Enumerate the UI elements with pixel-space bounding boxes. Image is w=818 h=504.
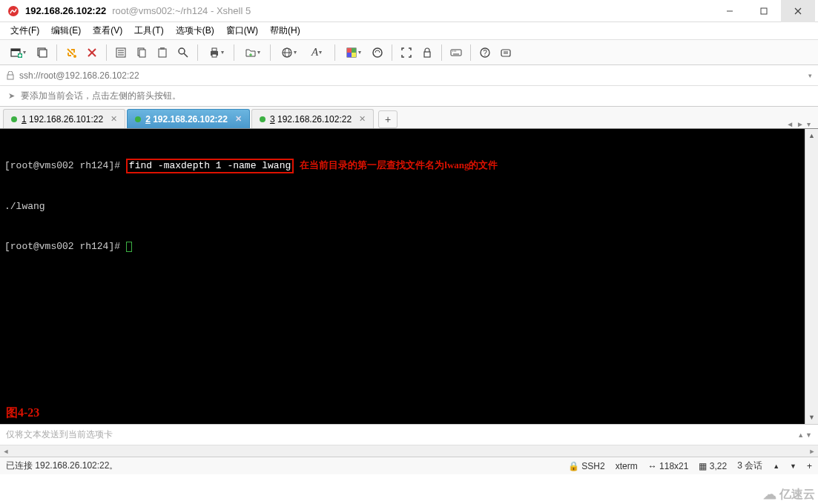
scroll-left-icon[interactable]: ◄ xyxy=(0,448,12,455)
reconnect-button[interactable] xyxy=(62,43,81,62)
watermark-text: 亿速云 xyxy=(779,487,815,503)
cursor-icon xyxy=(126,242,132,252)
tab-label: 192.168.26.101:22 xyxy=(29,114,103,125)
maximize-button[interactable] xyxy=(747,0,781,22)
tab-2[interactable]: 2 192.168.26.102:22 ✕ xyxy=(127,109,250,128)
tab-label: 192.168.26.102:22 xyxy=(153,114,228,125)
sessions-add-icon[interactable]: + xyxy=(807,461,812,471)
terminal-area: [root@vms002 rh124]# find -maxdepth 1 -n… xyxy=(0,129,818,424)
command-highlight: find -maxdepth 1 -name lwang xyxy=(126,159,294,173)
compose-up-icon[interactable]: ▲ xyxy=(797,431,804,439)
terminal-scrollbar[interactable]: ▲ ▼ xyxy=(805,129,818,424)
menu-help[interactable]: 帮助(H) xyxy=(265,23,305,39)
svg-rect-26 xyxy=(212,48,217,51)
sessions-down-icon[interactable]: ▼ xyxy=(790,462,796,470)
prompt: [root@vms002 rh124]# xyxy=(4,160,126,171)
highlight-button[interactable] xyxy=(368,43,387,62)
menu-tabs[interactable]: 选项卡(B) xyxy=(171,23,219,39)
tab-next-icon[interactable]: ► xyxy=(796,120,804,128)
address-url[interactable]: ssh://root@192.168.26.102:22 xyxy=(19,70,804,81)
find-button[interactable] xyxy=(174,43,193,62)
keyboard-button[interactable] xyxy=(446,43,466,62)
compose-button[interactable] xyxy=(496,43,515,62)
chevron-down-icon: ▾ xyxy=(358,49,361,56)
svg-rect-35 xyxy=(352,53,356,57)
add-session-arrow[interactable]: ➤ xyxy=(6,91,16,102)
lock-button[interactable] xyxy=(418,43,437,62)
minimize-button[interactable] xyxy=(713,0,747,22)
tab-close-icon[interactable]: ✕ xyxy=(111,114,117,124)
address-bar: ssh://root@192.168.26.102:22 ▾ xyxy=(0,65,818,86)
compose-down-icon[interactable]: ▼ xyxy=(805,431,812,439)
watermark: ☁ 亿速云 xyxy=(763,486,815,503)
chevron-down-icon: ▾ xyxy=(257,49,260,56)
sessions-button[interactable] xyxy=(33,43,52,62)
titlebar: 192.168.26.102:22 root@vms002:~/rh124 - … xyxy=(0,0,818,22)
scroll-down-icon[interactable]: ▼ xyxy=(805,411,818,424)
copy-button[interactable] xyxy=(132,43,151,62)
svg-line-24 xyxy=(184,53,188,57)
svg-rect-33 xyxy=(352,48,356,53)
paste-button[interactable] xyxy=(153,43,172,62)
menu-tools[interactable]: 工具(T) xyxy=(130,23,168,39)
menu-file[interactable]: 文件(F) xyxy=(6,23,44,39)
svg-point-23 xyxy=(179,48,185,54)
status-size: 118x21 xyxy=(659,461,688,471)
font-button[interactable]: A▾ xyxy=(303,43,330,62)
fullscreen-button[interactable] xyxy=(397,43,416,62)
grid-icon: ▦ xyxy=(699,461,707,471)
tab-list-icon[interactable]: ▾ xyxy=(807,120,811,128)
app-icon xyxy=(7,5,19,17)
menu-view[interactable]: 查看(V) xyxy=(88,23,127,39)
svg-rect-34 xyxy=(347,53,352,57)
menu-window[interactable]: 窗口(W) xyxy=(222,23,263,39)
toolbar-separator xyxy=(270,44,271,61)
tab-number: 2 xyxy=(145,114,151,125)
address-dropdown[interactable]: ▾ xyxy=(808,72,812,79)
tab-close-icon[interactable]: ✕ xyxy=(359,114,366,124)
toolbar-separator xyxy=(334,44,335,61)
status-dot-icon xyxy=(11,116,17,122)
chevron-down-icon: ▾ xyxy=(221,49,224,56)
svg-point-12 xyxy=(73,55,76,58)
compose-placeholder: 仅将文本发送到当前选项卡 xyxy=(6,428,113,441)
color-scheme-button[interactable]: ▾ xyxy=(340,43,366,62)
compose-bar: 仅将文本发送到当前选项卡 ▲ ▼ ◄ ► xyxy=(0,424,818,457)
new-session-button[interactable]: ▾ xyxy=(4,43,31,62)
tab-close-icon[interactable]: ✕ xyxy=(235,114,242,124)
compose-scrollbar[interactable]: ◄ ► xyxy=(0,445,818,457)
scroll-up-icon[interactable]: ▲ xyxy=(805,129,818,142)
window-controls xyxy=(713,0,815,22)
info-bar: ➤ 要添加当前会话，点击左侧的箭头按钮。 xyxy=(0,86,818,107)
svg-rect-38 xyxy=(451,50,461,56)
encoding-button[interactable]: ▾ xyxy=(275,43,302,62)
disconnect-button[interactable] xyxy=(82,43,102,62)
help-button[interactable]: ? xyxy=(475,43,495,62)
tab-prev-icon[interactable]: ◄ xyxy=(786,120,794,128)
new-tab-button[interactable]: + xyxy=(378,110,398,128)
toolbar-separator xyxy=(470,44,471,61)
transfer-button[interactable]: ▾ xyxy=(239,43,265,62)
sessions-up-icon[interactable]: ▲ xyxy=(773,462,779,470)
scroll-right-icon[interactable]: ► xyxy=(806,448,818,455)
terminal[interactable]: [root@vms002 rh124]# find -maxdepth 1 -n… xyxy=(0,129,805,424)
toolbar: ▾ ▾ ▾ ▾ A▾ ▾ ? xyxy=(0,40,818,65)
svg-rect-48 xyxy=(7,75,13,79)
print-button[interactable]: ▾ xyxy=(202,43,229,62)
prompt: [root@vms002 rh124]# xyxy=(4,241,126,252)
menu-edit[interactable]: 编辑(E) xyxy=(47,23,85,39)
tab-number: 1 xyxy=(22,114,27,125)
properties-button[interactable] xyxy=(111,43,131,62)
output-line: ./lwang xyxy=(4,200,800,213)
status-dot-icon xyxy=(135,116,141,122)
compose-input[interactable]: 仅将文本发送到当前选项卡 ▲ ▼ xyxy=(0,425,818,445)
tab-3[interactable]: 3 192.168.26.102:22 ✕ xyxy=(251,109,374,128)
scroll-track[interactable] xyxy=(805,142,818,411)
toolbar-separator xyxy=(106,44,107,61)
status-term: xterm xyxy=(616,461,638,471)
svg-rect-6 xyxy=(11,49,20,51)
size-icon: ↔ xyxy=(648,461,657,471)
close-button[interactable] xyxy=(781,0,815,22)
tab-1[interactable]: 1 192.168.26.101:22 ✕ xyxy=(3,109,125,128)
tab-nav: ◄ ► ▾ xyxy=(786,120,815,128)
